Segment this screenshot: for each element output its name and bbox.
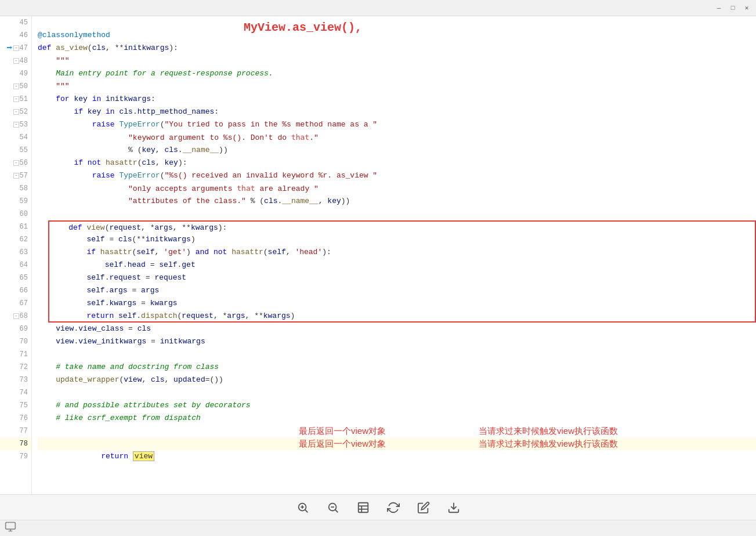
code-line-67: self.kwargs = kwargs bbox=[48, 297, 756, 310]
line-num-67: 67 bbox=[0, 297, 31, 310]
code-line-51: for key in initkwargs: bbox=[38, 93, 756, 106]
code-line-74 bbox=[38, 386, 756, 399]
line-num-66: 66 bbox=[0, 284, 31, 297]
code-line-59: "attributes of the class." % (cls.__name… bbox=[38, 195, 756, 208]
line-num-49: 49 bbox=[0, 67, 31, 80]
line-num-65: 65 bbox=[0, 271, 31, 284]
svg-line-1 bbox=[305, 509, 308, 512]
line-num-61: 61 bbox=[0, 220, 31, 233]
minimize-button[interactable]: — bbox=[714, 3, 724, 13]
code-line-78: return view 最后返回一个view对象 当请求过来时候触发view执行… bbox=[38, 437, 756, 450]
refresh-button[interactable] bbox=[385, 499, 401, 516]
code-line-54: "keyword argument to %s(). Don't do that… bbox=[38, 131, 756, 144]
code-line-62: self = cls(**initkwargs) bbox=[48, 233, 756, 246]
line-num-76: 76 bbox=[0, 412, 31, 425]
svg-rect-12 bbox=[6, 523, 16, 530]
code-line-47: def as_view(cls, **initkwargs): bbox=[38, 42, 756, 55]
zoom-in-button[interactable] bbox=[295, 499, 311, 516]
download-button[interactable] bbox=[446, 499, 462, 516]
restore-button[interactable]: □ bbox=[728, 3, 737, 13]
line-num-75: 75 bbox=[0, 399, 31, 412]
code-line-70: view.view_initkwargs = initkwargs bbox=[38, 335, 756, 348]
line-num-70: 70 bbox=[0, 335, 31, 348]
line-num-64: 64 bbox=[0, 259, 31, 271]
code-line-69: view.view_class = cls bbox=[38, 323, 756, 335]
code-line-45 bbox=[38, 16, 756, 29]
svg-rect-7 bbox=[358, 502, 368, 512]
monitor-icon bbox=[5, 521, 16, 535]
line-num-59: 59 bbox=[0, 195, 31, 208]
annotation-return-1: 最后返回一个view对象 bbox=[299, 437, 386, 450]
code-line-57: raise TypeError("%s() received an invali… bbox=[38, 169, 756, 182]
code-line-71 bbox=[38, 348, 756, 361]
line-num-68: - 68 bbox=[0, 310, 31, 323]
line-num-45: 45 bbox=[0, 16, 31, 29]
code-line-72: # take name and docstring from class bbox=[38, 361, 756, 374]
code-line-55: % (key, cls.__name__)) bbox=[38, 144, 756, 157]
layout-button[interactable] bbox=[355, 499, 371, 516]
code-container: 45 46 ⮕ - 47 - 48 49 - 50 - 51 bbox=[0, 16, 756, 494]
svg-line-5 bbox=[335, 509, 338, 512]
code-line-52: if key in cls.http_method_names: bbox=[38, 106, 756, 118]
line-num-78: 78 bbox=[0, 437, 31, 450]
line-num-73: 73 bbox=[0, 374, 31, 386]
close-button[interactable]: ✕ bbox=[742, 3, 751, 13]
line-num-79: 79 bbox=[0, 450, 31, 463]
line-num-50: - 50 bbox=[0, 80, 31, 93]
line-numbers: 45 46 ⮕ - 47 - 48 49 - 50 - 51 bbox=[0, 16, 32, 494]
line-num-62: 62 bbox=[0, 233, 31, 246]
code-line-56: if not hasattr(cls, key): bbox=[38, 157, 756, 169]
line-num-47: ⮕ - 47 bbox=[0, 42, 31, 55]
line-num-55: 55 bbox=[0, 144, 31, 157]
bottom-bar bbox=[0, 520, 756, 536]
line-num-46: 46 bbox=[0, 29, 31, 42]
toolbar bbox=[0, 494, 756, 520]
annotation-line77-1: 最后返回一个view对象 bbox=[299, 425, 386, 437]
line-num-72: 72 bbox=[0, 361, 31, 374]
line-num-63: 63 bbox=[0, 246, 31, 259]
code-line-49: Main entry point for a request-response … bbox=[38, 67, 756, 80]
line-num-60: 60 bbox=[0, 208, 31, 220]
code-line-76: # like csrf_exempt from dispatch bbox=[38, 412, 756, 425]
code-line-58: "only accepts arguments that are already… bbox=[38, 182, 756, 195]
line-num-69: 69 bbox=[0, 323, 31, 335]
code-line-50: """ bbox=[38, 80, 756, 93]
code-line-60 bbox=[38, 208, 756, 220]
annotation-line77-2: 当请求过来时候触发view执行该函数 bbox=[479, 425, 618, 437]
code-line-77: update_wrapper(view, cls.dispatch, assig… bbox=[38, 425, 756, 437]
zoom-out-button[interactable] bbox=[325, 499, 341, 516]
title-bar: — □ ✕ bbox=[0, 0, 756, 16]
line-num-74: 74 bbox=[0, 386, 31, 399]
code-line-64: self.head = self.get bbox=[48, 259, 756, 271]
code-lines: @classonlymethod def as_view(cls, **init… bbox=[32, 16, 756, 494]
line-num-77: 77 bbox=[0, 425, 31, 437]
line-num-54: 54 bbox=[0, 131, 31, 144]
line-num-57: - 57 bbox=[0, 169, 31, 182]
code-line-63: if hasattr(self, 'get') and not hasattr(… bbox=[48, 246, 756, 259]
code-line-61: def view(request, *args, **kwargs): bbox=[48, 220, 756, 233]
annotation-return-2: 当请求过来时候触发view执行该函数 bbox=[479, 437, 618, 450]
code-line-48: """ bbox=[38, 55, 756, 67]
editor-area: MyView.as_view(), 45 46 ⮕ - 47 - 48 49 bbox=[0, 16, 756, 494]
line-num-71: 71 bbox=[0, 348, 31, 361]
edit-button[interactable] bbox=[415, 499, 432, 516]
main-content: MyView.as_view(), 45 46 ⮕ - 47 - 48 49 bbox=[0, 16, 756, 536]
header-annotation: MyView.as_view(), bbox=[244, 21, 362, 34]
code-line-75: # and possible attributes set by decorat… bbox=[38, 399, 756, 412]
code-line-73: update_wrapper(view, cls, updated=()) bbox=[38, 374, 756, 386]
line-num-51: - 51 bbox=[0, 93, 31, 106]
line-num-52: - 52 bbox=[0, 106, 31, 118]
code-line-65: self.request = request bbox=[48, 271, 756, 284]
line-num-58: 58 bbox=[0, 182, 31, 195]
line-num-53: - 53 bbox=[0, 118, 31, 131]
code-line-46: @classonlymethod bbox=[38, 29, 756, 42]
line-num-48: - 48 bbox=[0, 55, 31, 67]
code-line-68: return self.dispatch(request, *args, **k… bbox=[48, 310, 756, 323]
code-line-66: self.args = args bbox=[48, 284, 756, 297]
code-line-53: raise TypeError("You tried to pass in th… bbox=[38, 118, 756, 131]
line-num-56: - 56 bbox=[0, 157, 31, 169]
